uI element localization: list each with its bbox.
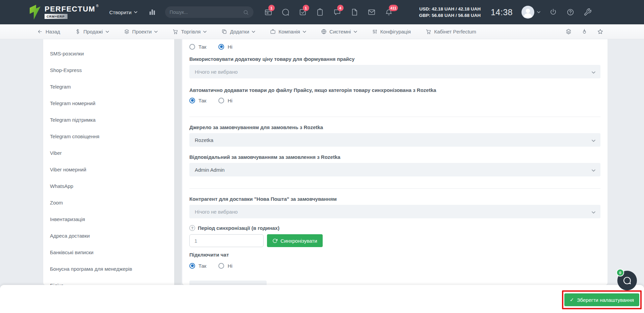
app-root: PERFECTUM ® CRM+ERP Створити 1 [0,0,644,313]
responsible-select[interactable]: Admin Admin [189,163,600,176]
messages-button[interactable]: 4 [333,8,341,16]
chevron-down-icon [106,31,109,33]
nav-cabinet-perfectum[interactable]: Кабінет Perfectum [426,29,476,34]
radio-option-yes[interactable]: Так [189,44,206,50]
nav-configuration[interactable]: Конфігурація [372,29,411,34]
radio-group-connect-chat: Так Ні [189,262,600,269]
settings-sidebar: SMS-розсилки Shop-Express Telegram Teleg… [43,39,181,285]
nav-addons[interactable]: Додатки [221,29,255,34]
nav-favorites-button[interactable] [597,28,603,35]
sidebar-item[interactable]: Viber [43,145,181,161]
radio-unchecked-icon[interactable] [218,98,224,103]
sidebar-item[interactable]: Білінг [43,277,181,285]
cart-icon [172,29,178,34]
chat-bubble-icon [281,8,290,16]
documents-button[interactable] [350,8,358,16]
radio-option-no[interactable]: Ні [218,98,232,103]
sidebar-item[interactable]: Shop-Express [43,62,181,78]
sidebar-item[interactable]: Бонусна програма для менеджерів [43,261,181,277]
nav-back[interactable]: Назад [37,29,60,34]
help-circle-icon[interactable]: ? [189,225,195,231]
select-value: Rozetka [195,137,213,143]
radio-unchecked-icon[interactable] [189,44,195,50]
currency-rates: USD: 42.18 UAH / 42.18 UAH GBP: 56.68 UA… [419,6,481,19]
chevron-down-icon [592,169,595,172]
support-chat-fab[interactable]: 0 [617,271,637,290]
nav-projects-label: Проекти [132,29,152,34]
nav-layers-button[interactable] [565,28,572,35]
settings-button[interactable] [584,8,592,16]
sidebar-item[interactable]: Telegram підтримка [43,112,181,128]
source-select[interactable]: Rozetka [189,133,600,147]
chevron-down-icon [354,31,357,33]
radio-option-no[interactable]: Ні [218,44,232,50]
save-settings-button[interactable]: ✓ Зберегти налаштування [564,293,639,306]
sidebar-item[interactable]: Telegram номерний [43,95,181,112]
notifications-button[interactable]: 411 [385,8,393,16]
get-products-button[interactable]: Отримати товари з Rozetka [189,281,267,285]
chevron-down-icon [154,31,158,33]
radio-checked-icon[interactable] [189,263,195,269]
mail-button[interactable] [368,8,376,16]
chat-button[interactable] [281,8,290,16]
global-search[interactable] [165,6,253,18]
nav-projects[interactable]: Проекти [124,29,158,34]
chevron-down-icon [134,11,137,13]
radio-option-yes[interactable]: Так [189,263,206,269]
flame-icon [581,28,588,35]
search-input[interactable] [170,9,243,15]
brand-name: PERFECTUM [45,5,95,13]
brand-logo[interactable]: PERFECTUM ® CRM+ERP [29,4,99,20]
create-button[interactable]: Створити [109,9,137,15]
chevron-down-icon [592,140,595,142]
field-label-extra-price: Використовувати додаткову ціну товару дл… [189,56,600,62]
messages-badge: 4 [337,5,344,11]
radio-label: Так [198,98,206,103]
nav-trade[interactable]: Торгівля [172,29,207,34]
logout-button[interactable] [549,8,557,16]
sidebar-item[interactable]: Telegram [43,78,181,95]
tasks-button[interactable]: 1 [299,8,307,16]
calendar-button[interactable]: 1 [264,8,272,16]
radio-option-no[interactable]: Ні [218,263,232,269]
synchronize-button[interactable]: Синхронізувати [267,234,323,247]
footer-bar: ✓ Зберегти налаштування [0,285,644,313]
nav-system[interactable]: Системні [321,29,357,34]
nav-hot-button[interactable] [581,28,588,35]
tasks-badge: 1 [303,5,309,11]
radio-checked-icon[interactable] [218,44,224,50]
dashboard-chart-button[interactable] [150,9,155,15]
counterparty-select[interactable]: Нічого не вибрано [189,205,600,218]
nav-sales[interactable]: Продажі [75,29,109,34]
sidebar-item[interactable]: Адреса доставки [43,227,181,244]
field-label-source: Джерело за замовчуванням для замовлень з… [189,124,600,130]
clipboard-button[interactable] [316,8,324,16]
sidebar-item[interactable]: Банківські виписки [43,244,181,261]
radio-unchecked-icon[interactable] [218,263,224,269]
sidebar-item[interactable]: SMS-розсилки [43,45,181,62]
nav-company[interactable]: Компанія [270,29,306,34]
extra-price-select[interactable]: Нічого не вибрано [189,65,600,78]
sidebar-item[interactable]: WhatsApp [43,178,181,194]
help-button[interactable] [566,8,574,16]
nav-trade-label: Торгівля [181,29,200,34]
sidebar-item[interactable]: Viber номерний [43,161,181,178]
select-placeholder: Нічого не вибрано [195,69,238,75]
chart-bar-icon [150,11,151,15]
sync-period-input[interactable] [189,234,264,247]
file-icon [350,8,358,16]
create-button-label: Створити [109,9,132,15]
sidebar-item[interactable]: Telegram сповіщення [43,128,181,145]
chevron-down-icon [203,31,207,33]
radio-checked-icon[interactable] [189,98,195,103]
layers-icon [124,29,130,34]
user-menu[interactable] [521,6,540,19]
nav-cabinet-label: Кабінет Perfectum [434,29,476,34]
sidebar-item[interactable]: Інвентаризація [43,211,181,227]
sidebar-item[interactable]: Zoom [43,194,181,211]
radio-group-top: Так Ні [189,43,600,50]
sidebar-scrollbar[interactable] [174,39,181,285]
radio-option-yes[interactable]: Так [189,98,206,103]
radio-group-auto-add: Так Ні [189,97,600,104]
chevron-down-icon [592,71,595,74]
